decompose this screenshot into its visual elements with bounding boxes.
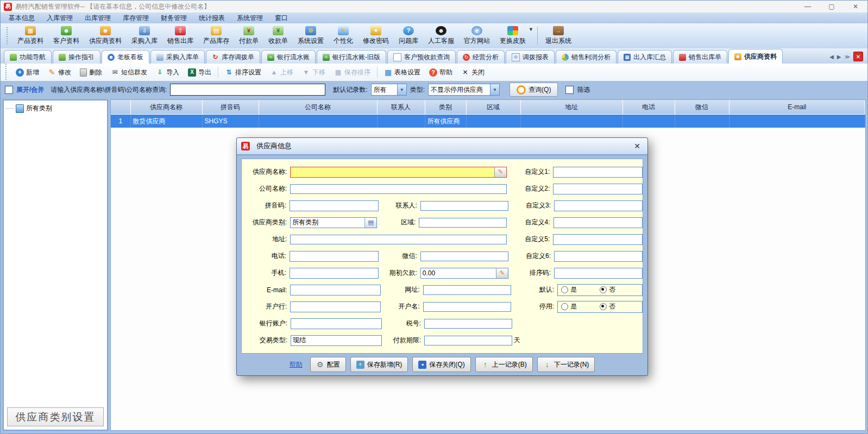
column-header-rownum[interactable] [111, 100, 130, 115]
tab-scroll-right-icon[interactable]: ▶ [837, 54, 841, 60]
tab-inout-summary[interactable]: 出入库汇总 [618, 50, 672, 64]
custom5-input[interactable] [553, 234, 643, 245]
save-and-close-button[interactable]: 保存关闭(Q) [412, 357, 470, 372]
help-button[interactable]: 帮助 [425, 68, 457, 77]
search-input[interactable] [170, 84, 325, 96]
tab-customer-prepay-query[interactable]: 客户预收款查询 [387, 50, 456, 64]
bank-input[interactable] [290, 301, 381, 312]
tab-stock-transfer-order[interactable]: 库存调拨单 [206, 50, 260, 64]
column-header-address[interactable]: 地址 [520, 100, 622, 115]
custom1-input[interactable] [553, 167, 643, 178]
tab-bank-flow[interactable]: 银行流水账 [261, 50, 316, 64]
menu-item-finance-mgmt[interactable]: 财务管理 [155, 12, 193, 23]
column-header-contact[interactable]: 联系人 [377, 100, 425, 115]
supplier-type-select[interactable]: 不显示停用供应商 ▼ [428, 84, 500, 96]
supplier-category-settings-button[interactable]: 供应商类别设置 [7, 407, 104, 426]
menu-item-system-mgmt[interactable]: 系统管理 [231, 12, 269, 23]
export-button[interactable]: 导出 [184, 68, 216, 77]
toolbar-grip[interactable] [6, 27, 8, 45]
sms-broadcast-button[interactable]: 短信群发 [106, 68, 152, 77]
dialog-close-icon[interactable]: ✕ [631, 142, 643, 150]
menu-item-inbound-mgmt[interactable]: 入库管理 [41, 12, 79, 23]
menu-item-window[interactable]: 窗口 [269, 12, 294, 23]
wechat-input[interactable] [420, 251, 508, 261]
custom4-input[interactable] [553, 217, 643, 228]
tab-list-icon[interactable]: ≫ [845, 54, 850, 60]
opening-debt-input[interactable] [421, 268, 496, 278]
custom2-input[interactable] [553, 184, 643, 194]
close-tab-button[interactable]: 关闭 [457, 68, 489, 77]
menu-item-outbound-mgmt[interactable]: 出库管理 [79, 12, 117, 23]
toolbar-item-personalization[interactable]: 个性化 [329, 25, 358, 47]
minimize-button[interactable]: — [796, 1, 820, 12]
expand-collapse-checkbox[interactable] [5, 86, 13, 94]
column-header-pinyin[interactable]: 拼音码 [202, 100, 259, 115]
previous-record-button[interactable]: 上一记录(B) [475, 357, 533, 372]
move-up-button[interactable]: 上移 [266, 68, 298, 77]
toolbar-item-purchase-in[interactable]: 采购入库 [127, 25, 162, 47]
tab-boss-board[interactable]: 老板看板 [102, 50, 149, 64]
toolbar-item-official-website[interactable]: 官方网站 [459, 25, 495, 47]
tab-business-analysis[interactable]: 经营分析 [457, 50, 505, 64]
trade-type-input[interactable] [291, 335, 382, 346]
edit-pencil-icon[interactable]: ✎ [496, 268, 508, 278]
close-button[interactable]: ✕ [844, 1, 867, 12]
column-header-phone[interactable]: 电话 [622, 100, 675, 115]
pinyin-input[interactable] [290, 200, 379, 211]
mobile-input[interactable] [290, 268, 379, 279]
tab-supplier-data[interactable]: 供应商资料 [728, 49, 783, 64]
list-toolbar-grip[interactable] [5, 63, 7, 81]
save-and-new-button[interactable]: 保存新增(R) [350, 357, 408, 372]
config-button[interactable]: 配置 [310, 357, 346, 372]
toolbar-item-change-skin[interactable]: 更换皮肤 [495, 25, 531, 47]
dialog-title-bar[interactable]: 易 供应商信息 ✕ [237, 138, 647, 155]
supplier-category-input[interactable] [291, 218, 364, 228]
toolbar-item-receipt-bill[interactable]: 收款单 [263, 25, 293, 47]
custom6-input[interactable] [554, 251, 643, 262]
tab-sales-out-order[interactable]: 销售出库单 [673, 50, 727, 64]
category-picker-icon[interactable] [364, 218, 376, 228]
default-no-radio[interactable] [600, 286, 607, 293]
region-input[interactable] [419, 218, 507, 228]
move-down-button[interactable]: 下移 [298, 68, 330, 77]
toolbar-item-sales-out[interactable]: 销售出库 [162, 25, 198, 47]
table-row[interactable]: 1 散货供应商 SHGYS 所有供应商 [111, 115, 865, 128]
tab-operation-guide[interactable]: 操作指引 [53, 50, 100, 64]
menu-item-basic-info[interactable]: 基本信息 [3, 12, 41, 23]
menu-item-inventory-mgmt[interactable]: 库存管理 [117, 12, 155, 23]
change-skin-dropdown-icon[interactable]: ▼ [529, 27, 533, 32]
column-header-wechat[interactable]: 微信 [675, 100, 729, 115]
query-button[interactable]: 查询(Q) [510, 83, 558, 97]
toolbar-item-question-bank[interactable]: 问题库 [394, 25, 423, 47]
toolbar-item-customer-service[interactable]: 人工客服 [423, 25, 459, 47]
toolbar-item-product-stock[interactable]: 产品库存 [198, 25, 234, 47]
column-header-company-name[interactable]: 公司名称 [259, 100, 377, 115]
company-name-input[interactable] [290, 184, 507, 194]
tab-bank-flow-old[interactable]: 银行流水账-旧版 [317, 50, 386, 64]
disabled-yes-radio[interactable] [561, 303, 568, 310]
next-record-button[interactable]: 下一记录(N) [537, 357, 595, 372]
edit-button[interactable]: 修改 [43, 68, 76, 77]
payment-term-input[interactable] [424, 336, 512, 345]
menu-item-statistics-reports[interactable]: 统计报表 [193, 12, 231, 23]
edit-pencil-icon[interactable]: ✎ [494, 167, 506, 177]
column-header-region[interactable]: 区域 [466, 100, 520, 115]
tax-no-input[interactable] [424, 319, 512, 329]
dialog-help-link[interactable]: 帮助 [290, 360, 303, 369]
save-sort-button[interactable]: 保存排序 [330, 68, 375, 77]
tab-function-nav[interactable]: 功能导航 [4, 50, 52, 64]
tab-scroll-left-icon[interactable]: ◀ [829, 54, 834, 60]
column-header-email[interactable]: E-mail [729, 100, 865, 115]
default-yes-radio[interactable] [561, 286, 568, 293]
add-button[interactable]: 新增 [11, 68, 43, 77]
website-input[interactable] [423, 285, 511, 295]
toolbar-item-product-data[interactable]: 产品资料 [12, 25, 48, 47]
tab-purchase-in-order[interactable]: 采购入库单 [150, 50, 205, 64]
bank-account-input[interactable] [291, 318, 382, 329]
toolbar-item-exit-system[interactable]: 退出系统 [540, 25, 576, 47]
column-header-category[interactable]: 类别 [425, 100, 466, 115]
column-header-supplier-name[interactable]: 供应商名称 [130, 100, 202, 115]
contact-input[interactable] [420, 201, 508, 211]
toolbar-item-payment-bill[interactable]: 付款单 [234, 25, 263, 47]
toolbar-item-system-settings[interactable]: 系统设置 [293, 25, 329, 47]
